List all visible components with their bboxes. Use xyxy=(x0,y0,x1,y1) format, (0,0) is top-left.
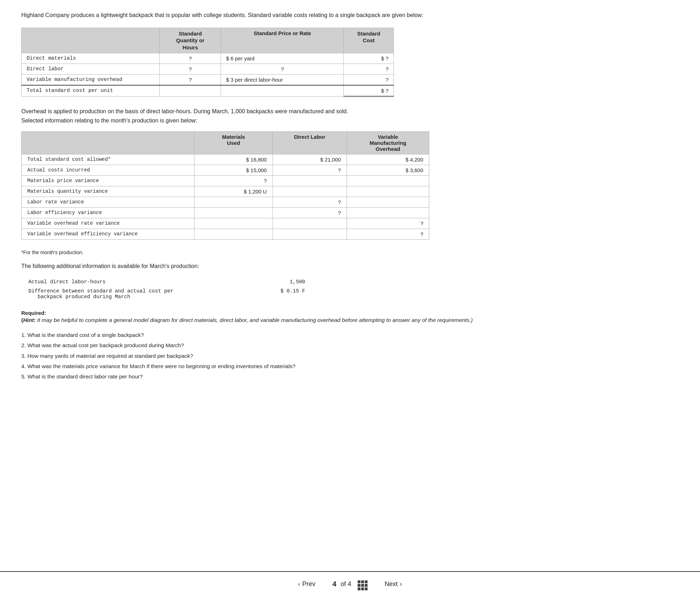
row-price-total xyxy=(221,85,344,97)
standard-costs-table: Standard Quantity or Hours Standard Pric… xyxy=(21,28,394,97)
of-text: of 4 xyxy=(341,580,351,588)
bottom-navigation: ‹ Prev 4 of 4 Next › xyxy=(0,571,700,596)
row-label-actual-costs: Actual costs incurred xyxy=(22,165,194,176)
col-header-labor: Direct Labor xyxy=(272,132,347,154)
row-qty-direct-materials: ? xyxy=(160,53,221,64)
table-row: Materials price variance ? xyxy=(22,176,429,186)
row-label-total-std: Total standard cost allowed* xyxy=(22,154,194,165)
row-labor-eff-var: ? xyxy=(272,208,347,218)
next-label: Next xyxy=(385,580,398,588)
row-oh-mat-qty xyxy=(347,186,429,197)
row-label-oh-rate-var: Variable overhead rate variance xyxy=(22,218,194,229)
row-oh-rate-var: ? xyxy=(347,218,429,229)
row-label-direct-labor: Direct labor xyxy=(22,64,160,75)
row-oh-labor-eff xyxy=(347,208,429,218)
intro-paragraph: Highland Company produces a lightweight … xyxy=(21,11,660,20)
col-header-qty: Standard Quantity or Hours xyxy=(160,28,221,53)
additional-info-title: The following additional information is … xyxy=(21,262,660,271)
question-1: 1. What is the standard cost of a single… xyxy=(21,330,660,340)
hint-text: (Hint: It may be helpful to complete a g… xyxy=(21,316,660,325)
col-header-cost: Standard Cost xyxy=(344,28,394,53)
add-info-value-2: $ 0.15 F xyxy=(255,286,312,301)
question-5: 5. What is the standard direct labor rat… xyxy=(21,371,660,382)
col-header-label xyxy=(22,28,160,53)
row-labor-mat-qty xyxy=(272,186,347,197)
row-label-variable-overhead: Variable manufacturing overhead xyxy=(22,75,160,86)
row-oh-eff-var: ? xyxy=(347,229,429,240)
standard-costs-table-wrapper: Standard Quantity or Hours Standard Pric… xyxy=(21,28,394,97)
prev-button[interactable]: ‹ Prev xyxy=(292,578,322,591)
row-label-labor-eff-var: Labor efficiency variance xyxy=(22,208,194,218)
table-row: Difference between standard and actual c… xyxy=(21,286,312,301)
row-labor-rate-var: ? xyxy=(272,197,347,208)
next-chevron-icon: › xyxy=(400,580,402,588)
questions-list: 1. What is the standard cost of a single… xyxy=(21,330,660,382)
selected-info-table: Materials Used Direct Labor Variable Man… xyxy=(21,131,429,240)
additional-info-table: Actual direct labor-hours 1,500 Differen… xyxy=(21,277,312,301)
row-oh-actual: $ 3,600 xyxy=(347,165,429,176)
prev-chevron-icon: ‹ xyxy=(298,580,300,588)
row-label-direct-materials: Direct materials xyxy=(22,53,160,64)
selected-info-table-wrapper: Materials Used Direct Labor Variable Man… xyxy=(21,131,429,240)
question-2: 2. What was the actual cost per backpack… xyxy=(21,340,660,350)
table-row: Labor rate variance ? xyxy=(22,197,429,208)
question-3: 3. How many yards of material are requir… xyxy=(21,351,660,361)
required-label: Required: xyxy=(21,310,660,316)
row-mat-labor-rate xyxy=(194,197,273,208)
row-cost-direct-materials: $ ? xyxy=(344,53,394,64)
row-cost-direct-labor: ? xyxy=(344,64,394,75)
row-cost-total: $ ? xyxy=(344,85,394,97)
total-row: Total standard cost per unit $ ? xyxy=(22,85,394,97)
row-qty-direct-labor: ? xyxy=(160,64,221,75)
row-price-direct-labor: ? xyxy=(221,64,344,75)
row-mat-oh-rate xyxy=(194,218,273,229)
row-label-mat-price-var: Materials price variance xyxy=(22,176,194,186)
table-row: Materials quantity variance $ 1,200 U xyxy=(22,186,429,197)
row-qty-variable-overhead: ? xyxy=(160,75,221,86)
row-labor-mat-price xyxy=(272,176,347,186)
additional-info-section: Actual direct labor-hours 1,500 Differen… xyxy=(21,277,341,301)
next-button[interactable]: Next › xyxy=(378,578,408,591)
required-section: Required: (Hint: It may be helpful to co… xyxy=(21,310,660,382)
table2-footnote: *For the month's production. xyxy=(21,250,679,255)
row-mat-actual: $ 15,000 xyxy=(194,165,273,176)
add-info-value-1: 1,500 xyxy=(255,277,312,286)
current-page: 4 xyxy=(332,580,336,588)
row-oh-mat-price xyxy=(347,176,429,186)
row-qty-total xyxy=(160,85,221,97)
row-mat-qty-var: $ 1,200 U xyxy=(194,186,273,197)
row-labor-total-std: $ 21,000 xyxy=(272,154,347,165)
col-header-price: Standard Price or Rate xyxy=(221,28,344,53)
col-header-materials: Materials Used xyxy=(194,132,273,154)
question-4: 4. What was the materials price variance… xyxy=(21,361,660,371)
table-row: Direct labor ? ? ? xyxy=(22,64,394,75)
table-row: Labor efficiency variance ? xyxy=(22,208,429,218)
grid-icon[interactable] xyxy=(358,578,368,590)
row-oh-labor-rate xyxy=(347,197,429,208)
table-row: Total standard cost allowed* $ 16,800 $ … xyxy=(22,154,429,165)
page-info: 4 of 4 xyxy=(332,578,368,590)
row-label-mat-qty-var: Materials quantity variance xyxy=(22,186,194,197)
row-labor-oh-eff xyxy=(272,229,347,240)
table-row: Direct materials ? $ 6 per yard $ ? xyxy=(22,53,394,64)
row-mat-total-std: $ 16,800 xyxy=(194,154,273,165)
row-price-direct-materials: $ 6 per yard xyxy=(221,53,344,64)
row-label-total: Total standard cost per unit xyxy=(22,85,160,97)
row-mat-price-var: ? xyxy=(194,176,273,186)
table-row: Actual direct labor-hours 1,500 xyxy=(21,277,312,286)
mid-paragraph: Overhead is applied to production on the… xyxy=(21,107,660,125)
row-label-oh-eff-var: Variable overhead efficiency variance xyxy=(22,229,194,240)
prev-label: Prev xyxy=(302,580,315,588)
row-labor-oh-rate xyxy=(272,218,347,229)
row-price-variable-overhead: $ 3 per direct labor-hour xyxy=(221,75,344,86)
row-labor-actual: ? xyxy=(272,165,347,176)
add-info-label-1: Actual direct labor-hours xyxy=(21,277,255,286)
table-row: Actual costs incurred $ 15,000 ? $ 3,600 xyxy=(22,165,429,176)
row-mat-oh-eff xyxy=(194,229,273,240)
row-label-labor-rate-var: Labor rate variance xyxy=(22,197,194,208)
col-header-empty xyxy=(22,132,194,154)
row-cost-variable-overhead: ? xyxy=(344,75,394,86)
col-header-overhead: Variable Manufacturing Overhead xyxy=(347,132,429,154)
row-oh-total-std: $ 4,200 xyxy=(347,154,429,165)
add-info-label-2: Difference between standard and actual c… xyxy=(21,286,255,301)
